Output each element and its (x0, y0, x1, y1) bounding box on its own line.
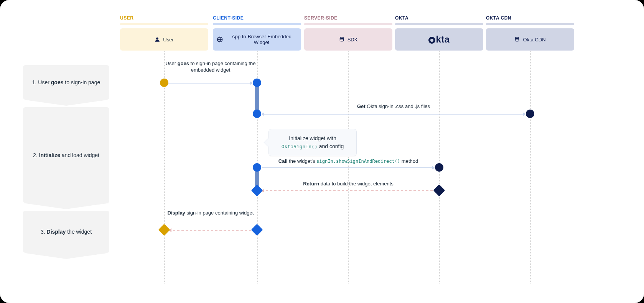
lane-label: User (163, 37, 173, 43)
node-cdn (526, 110, 534, 118)
step-2: 2. Initialize and load widget (23, 107, 109, 203)
user-icon (155, 37, 160, 42)
database-icon (514, 37, 520, 42)
svg-point-2 (340, 37, 343, 39)
node-user-start (160, 79, 168, 87)
lane-client: CLIENT-SIDE App In-Browser Embedded Widg… (213, 15, 301, 51)
lane-title: USER (120, 15, 208, 21)
speech-bubble: Initialize widget with OktaSignIn() and … (268, 129, 357, 156)
globe-icon (217, 36, 223, 43)
lane-bar (486, 23, 574, 25)
lifeline-cdn (530, 48, 531, 283)
node-okta (435, 163, 443, 172)
arrow (168, 83, 252, 84)
msg-label: User goes to sign-in page containing the… (161, 61, 260, 74)
node-okta-diamond (433, 184, 445, 196)
arrow (262, 190, 435, 191)
lane-box: kta (395, 28, 483, 51)
lane-title: OKTA CDN (486, 15, 574, 21)
lane-okta: OKTA kta (395, 15, 483, 51)
lane-box: User (120, 28, 208, 51)
node-client (253, 110, 261, 118)
msg-label: Call the widget's signIn.showSignInAndRe… (278, 158, 418, 164)
lane-title: OKTA (395, 15, 483, 21)
arrow (169, 230, 252, 231)
lane-title: CLIENT-SIDE (213, 15, 301, 21)
lane-bar (120, 23, 208, 25)
lane-bar (304, 23, 392, 25)
msg-label: Get Okta sign-in .css and .js files (357, 103, 430, 109)
node-client (253, 79, 261, 87)
lane-cdn: OKTA CDN Okta CDN (486, 15, 574, 51)
lane-label: App In-Browser Embedded Widget (226, 34, 297, 45)
diagram-card: USER User CLIENT-SIDE App In-Browser Emb… (0, 0, 644, 303)
svg-point-0 (156, 38, 158, 40)
step-1: 1. User goes to sign-in page (23, 65, 109, 100)
lane-bar (213, 23, 301, 25)
lane-box: SDK (304, 28, 392, 51)
lane-box: App In-Browser Embedded Widget (213, 28, 301, 51)
okta-logo: kta (428, 34, 450, 45)
arrow (262, 167, 435, 168)
msg-label: Return data to build the widget elements (303, 181, 394, 187)
database-icon (339, 37, 344, 42)
lane-label: Okta CDN (523, 37, 545, 43)
node-user-diamond (158, 224, 170, 236)
sequence-diagram: USER User CLIENT-SIDE App In-Browser Emb… (23, 15, 598, 283)
lane-bar (395, 23, 483, 25)
node-client (253, 163, 261, 172)
msg-label: Display sign-in page containing widget (161, 210, 260, 216)
step-3: 3. Display the widget (23, 211, 109, 253)
arrow (262, 114, 525, 115)
lane-title: SERVER-SIDE (304, 15, 392, 21)
node-client-diamond (251, 184, 263, 196)
lane-label: SDK (348, 37, 358, 43)
lifeline-server (348, 48, 349, 283)
lane-user: USER User (120, 15, 208, 51)
svg-point-3 (516, 37, 519, 39)
lane-box: Okta CDN (486, 28, 574, 51)
lane-server: SERVER-SIDE SDK (304, 15, 392, 51)
node-client-diamond (251, 224, 263, 236)
